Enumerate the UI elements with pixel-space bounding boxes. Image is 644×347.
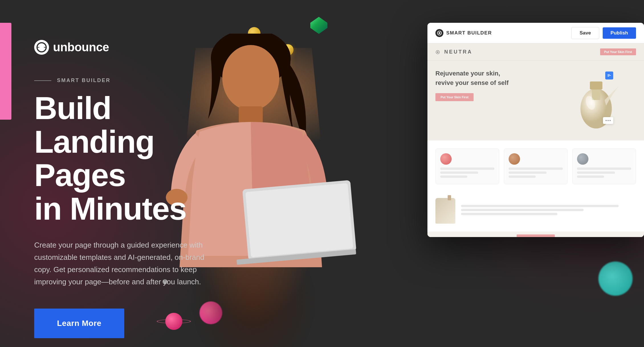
- t2-line3: [509, 175, 536, 178]
- main-heading: Build Landing Pages in Minutes: [34, 91, 239, 225]
- t1-line3: [440, 175, 467, 178]
- testimonial-card-2: [504, 148, 568, 184]
- svg-point-8: [437, 51, 439, 53]
- testimonial-avatar-2: [509, 153, 520, 165]
- builder-header: SMART BUILDER Save Publish: [427, 23, 644, 43]
- neutra-logo: NEUTRA: [435, 49, 472, 55]
- testimonial-card-3: [572, 148, 636, 184]
- lp-bottom-cta: Put Your Skin First: [427, 232, 644, 237]
- section-label-area: SMART BUILDER: [34, 77, 239, 83]
- t2-line2: [509, 172, 547, 174]
- brand-name: unbounce: [53, 40, 109, 54]
- lp-hero-btn: Put Your Skin First: [435, 93, 474, 101]
- t3-line1: [577, 168, 631, 170]
- product-lines: [461, 205, 636, 217]
- left-content: unbounce SMART BUILDER Build Landing Pag…: [34, 23, 239, 338]
- builder-title: SMART BUILDER: [446, 30, 492, 36]
- svg-point-1: [40, 46, 43, 49]
- lp-testimonials: [427, 140, 644, 192]
- lp-hero: Rejuvenate your skin,revive your sense o…: [427, 61, 644, 140]
- lp-hero-title: Rejuvenate your skin,revive your sense o…: [435, 69, 551, 87]
- neutra-cta-badge: Put Your Skin First: [600, 48, 636, 55]
- svg-point-2: [41, 46, 42, 48]
- section-label-text: SMART BUILDER: [57, 77, 111, 83]
- builder-card: SMART BUILDER Save Publish NEUTRA: [427, 23, 644, 237]
- builder-logo-icon: [435, 29, 443, 37]
- svg-rect-15: [608, 75, 611, 76]
- right-content: SMART BUILDER Save Publish NEUTRA: [302, 23, 644, 336]
- lp-product-section: [427, 192, 644, 232]
- save-button[interactable]: Save: [571, 27, 599, 39]
- svg-point-0: [38, 43, 46, 51]
- testimonial-avatar-1: [440, 153, 452, 165]
- t1-line2: [440, 172, 478, 174]
- builder-content: NEUTRA Put Your Skin First Rejuvenate yo…: [427, 43, 644, 237]
- unbounce-logo-icon: [34, 40, 49, 55]
- learn-more-button[interactable]: Learn More: [34, 309, 124, 338]
- lp-hero-text: Rejuvenate your skin,revive your sense o…: [435, 69, 551, 132]
- t3-line3: [577, 175, 604, 178]
- t2-line1: [509, 168, 563, 170]
- testimonial-avatar-3: [577, 153, 588, 165]
- edit-handle-icon[interactable]: [605, 72, 613, 79]
- publish-button[interactable]: Publish: [603, 27, 636, 39]
- t1-line1: [440, 168, 494, 170]
- description-text: Create your page through a guided experi…: [34, 239, 217, 288]
- svg-point-6: [439, 32, 440, 34]
- builder-logo-area: SMART BUILDER: [435, 29, 492, 37]
- testimonial-card-1: [435, 148, 499, 184]
- svg-rect-14: [608, 74, 610, 75]
- svg-rect-12: [590, 81, 602, 89]
- lp-preview: NEUTRA Put Your Skin First Rejuvenate yo…: [427, 43, 644, 237]
- builder-actions: Save Publish: [571, 27, 636, 39]
- t3-line2: [577, 172, 615, 174]
- dots-handle[interactable]: [603, 117, 613, 124]
- label-line: [34, 80, 51, 81]
- product-mini-image: [435, 198, 455, 224]
- neutra-bar: NEUTRA Put Your Skin First: [427, 43, 644, 61]
- svg-rect-16: [608, 76, 609, 77]
- lp-hero-image: [556, 69, 636, 132]
- lp-bottom-cta-btn: Put Your Skin First: [517, 234, 555, 237]
- logo-area: unbounce: [34, 40, 239, 55]
